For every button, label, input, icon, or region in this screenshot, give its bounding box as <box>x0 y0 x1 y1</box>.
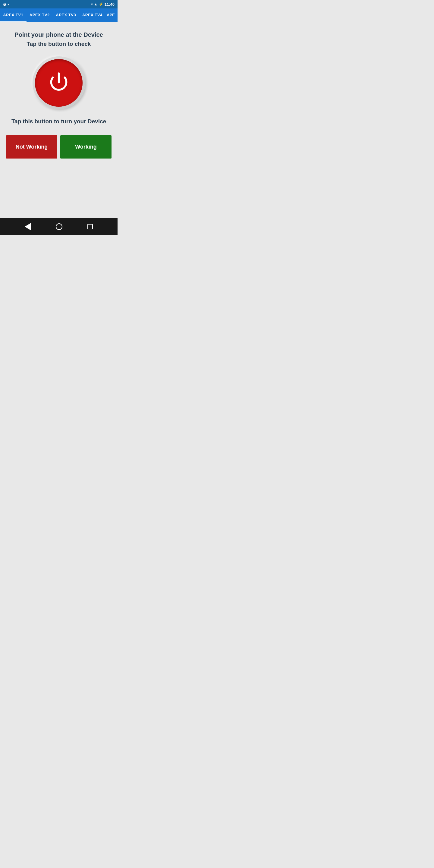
power-circle <box>35 59 83 107</box>
nav-home-button[interactable] <box>56 223 62 230</box>
nav-bar <box>0 218 118 235</box>
power-button[interactable] <box>33 56 85 109</box>
nav-recent-button[interactable] <box>87 224 93 229</box>
recent-icon <box>87 224 93 229</box>
status-bar: ◕ ▪ ▾ ▲ ⚡ 11:40 <box>0 0 118 8</box>
tab-apex-tv1[interactable]: APEX TV1 <box>0 8 27 22</box>
battery-icon: ⚡ <box>99 2 103 6</box>
tab-bar: APEX TV1 APEX TV2 APEX TV3 APEX TV4 APE… <box>0 8 118 22</box>
tab-apex-tv2[interactable]: APEX TV2 <box>27 8 53 22</box>
tab-apex-tv3[interactable]: APEX TV3 <box>53 8 79 22</box>
working-button[interactable]: Working <box>60 135 112 158</box>
status-left-icons: ◕ ▪ <box>3 2 9 6</box>
power-icon <box>45 69 72 96</box>
wifi-icon: ▾ <box>91 2 93 6</box>
instruction-title: Point your phone at the Device <box>14 31 103 38</box>
back-icon <box>25 223 31 230</box>
time-display: 11:40 <box>104 2 115 7</box>
main-content: Point your phone at the Device Tap the b… <box>0 22 118 218</box>
nav-back-button[interactable] <box>25 223 31 230</box>
tab-apex-more[interactable]: APE… <box>105 8 118 22</box>
sd-card-icon: ▪ <box>7 2 9 6</box>
signal-bars-icon: ▲ <box>94 2 98 6</box>
status-right-icons: ▾ ▲ ⚡ 11:40 <box>91 2 115 7</box>
status-buttons: Not Working Working <box>6 135 112 158</box>
instruction-sub: Tap the button to check <box>27 41 91 47</box>
signal-icon: ◕ <box>3 2 6 6</box>
turn-on-text: Tap this button to turn your Device <box>11 118 106 125</box>
not-working-button[interactable]: Not Working <box>6 135 57 158</box>
home-icon <box>56 223 62 230</box>
tab-apex-tv4[interactable]: APEX TV4 <box>79 8 106 22</box>
